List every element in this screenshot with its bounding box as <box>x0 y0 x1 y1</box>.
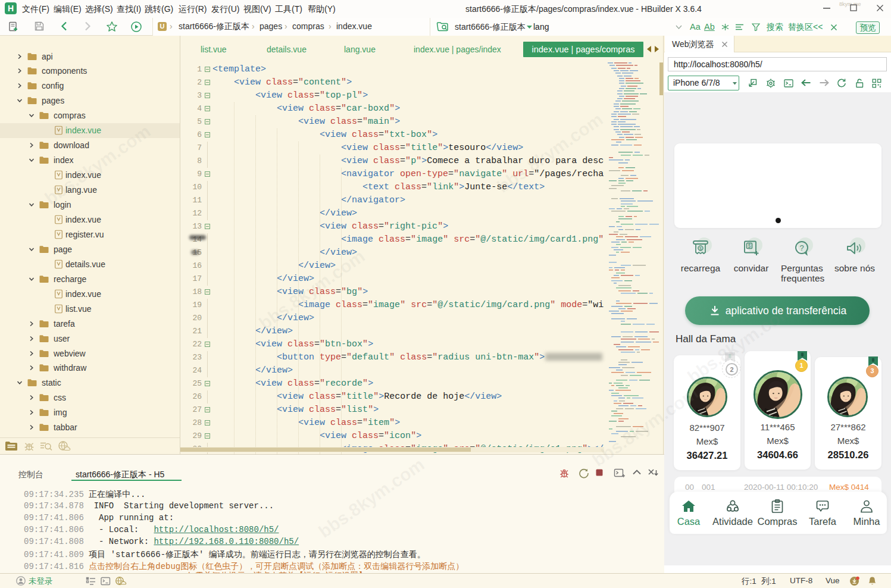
svg-text:$: $ <box>699 246 702 251</box>
svg-text:?: ? <box>799 243 804 252</box>
svg-text:$: $ <box>748 243 751 249</box>
